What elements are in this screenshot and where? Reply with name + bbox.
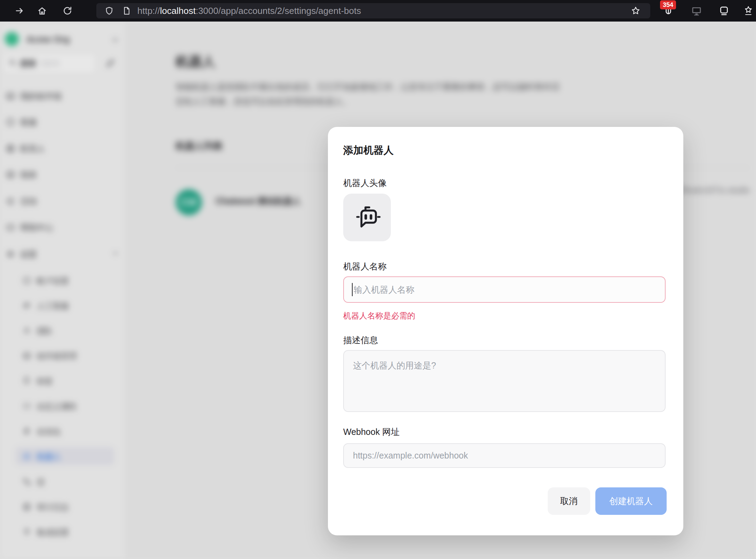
text-caret — [352, 283, 353, 296]
home-icon[interactable] — [37, 5, 48, 16]
refresh-icon[interactable] — [62, 5, 73, 16]
cancel-button[interactable]: 取消 — [548, 487, 590, 515]
url-prefix: http:// — [137, 6, 160, 16]
bot-name-input[interactable] — [343, 276, 666, 303]
url-text: http://localhost:3000/app/accounts/2/set… — [137, 6, 361, 16]
url-bar[interactable]: http://localhost:3000/app/accounts/2/set… — [96, 3, 650, 18]
avatar-label: 机器人头像 — [343, 177, 387, 189]
create-bot-button[interactable]: 创建机器人 — [595, 487, 667, 515]
bookmark-star-icon[interactable] — [630, 6, 641, 16]
robot-icon — [353, 203, 381, 232]
page-info-icon[interactable] — [121, 6, 132, 16]
description-label: 描述信息 — [343, 334, 378, 346]
url-domain: localhost — [160, 6, 196, 16]
modal-title: 添加机器人 — [343, 144, 394, 157]
browser-toolbar: http://localhost:3000/app/accounts/2/set… — [0, 0, 756, 22]
add-bot-modal: 添加机器人 机器人头像 机器人名称 机器人名称是必需的 描述信息 Webhook… — [328, 127, 683, 535]
bot-avatar-upload[interactable] — [343, 194, 391, 241]
sidebar-panel-icon[interactable] — [718, 5, 730, 17]
name-label: 机器人名称 — [343, 261, 387, 272]
url-path: :3000/app/accounts/2/settings/agent-bots — [196, 6, 361, 16]
name-error: 机器人名称是必需的 — [343, 310, 415, 321]
extension-badge: 354 — [660, 0, 676, 9]
bookmarks-menu-icon[interactable] — [743, 5, 754, 16]
shield-icon[interactable] — [104, 6, 114, 16]
webhook-url-input[interactable] — [343, 443, 666, 468]
webhook-label: Webhook 网址 — [343, 426, 400, 438]
bot-description-input[interactable] — [343, 350, 666, 412]
forward-icon[interactable] — [14, 5, 25, 16]
monitor-icon[interactable] — [690, 5, 703, 17]
